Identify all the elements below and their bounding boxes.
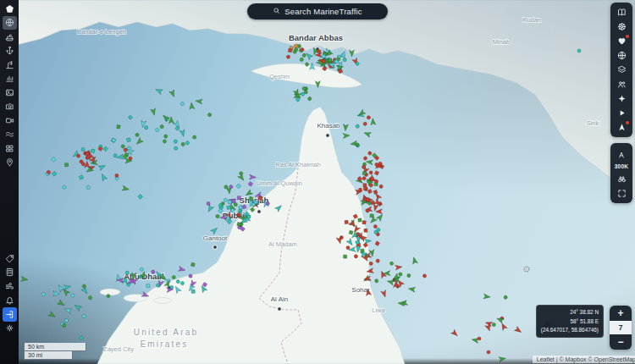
vessel-marker[interactable] (369, 216, 378, 224)
vessel-marker[interactable] (228, 200, 231, 203)
vessel-marker[interactable] (373, 224, 378, 229)
sidebar-item-my-location[interactable] (3, 156, 17, 170)
vessel-marker[interactable] (155, 128, 160, 133)
vessel-marker[interactable] (135, 138, 143, 146)
vessel-marker[interactable] (389, 261, 395, 266)
vessel-marker[interactable] (343, 124, 349, 130)
sidebar-item-statistics[interactable] (3, 72, 17, 86)
vessel-marker[interactable] (82, 314, 86, 318)
sidebar-item-stations[interactable] (3, 58, 17, 72)
vessel-marker[interactable] (126, 138, 130, 142)
vessel-marker[interactable] (52, 172, 57, 177)
vessel-marker[interactable] (64, 306, 72, 313)
vessel-marker[interactable] (117, 124, 120, 128)
vessel-marker[interactable] (362, 172, 366, 175)
vessel-marker[interactable] (103, 146, 108, 152)
vessel-marker[interactable] (406, 273, 411, 278)
vessel-marker[interactable] (366, 159, 373, 165)
vessel-marker[interactable] (344, 255, 347, 258)
sidebar-item-calculator[interactable] (3, 266, 17, 280)
vessel-marker[interactable] (232, 200, 235, 203)
vessel-marker[interactable] (487, 350, 490, 354)
vessel-marker[interactable] (367, 151, 373, 156)
vessel-marker[interactable] (367, 115, 371, 119)
sidebar-item-tides[interactable] (3, 128, 17, 142)
vessel-marker[interactable] (128, 115, 133, 120)
vessel-marker[interactable] (48, 312, 57, 319)
vessel-marker[interactable] (450, 329, 459, 338)
sidebar-item-videos[interactable] (3, 113, 17, 128)
vessel-marker[interactable] (98, 163, 107, 171)
vessel-marker[interactable] (381, 290, 388, 297)
vessel-marker[interactable] (373, 204, 379, 212)
vessel-marker[interactable] (408, 286, 416, 292)
toolbar-item-playback[interactable] (613, 106, 630, 120)
vessel-marker[interactable] (307, 97, 312, 102)
vessel-marker[interactable] (371, 201, 375, 205)
tool-item-area-search[interactable] (613, 172, 630, 186)
vessel-marker[interactable] (300, 58, 304, 62)
vessel-count-toggle[interactable]: 300K (615, 146, 629, 172)
vessel-marker[interactable] (100, 173, 108, 181)
vessel-marker[interactable] (224, 198, 228, 202)
toolbar-item-my-fleets[interactable] (613, 63, 630, 77)
vessel-marker[interactable] (362, 220, 367, 224)
vessel-marker[interactable] (366, 197, 370, 201)
sidebar-item-camera[interactable] (3, 100, 17, 114)
vessel-marker[interactable] (398, 273, 402, 277)
sidebar-item-vessels[interactable] (3, 30, 17, 44)
vessel-marker[interactable] (247, 215, 251, 219)
vessel-marker[interactable] (500, 323, 507, 331)
vessel-marker[interactable] (363, 187, 367, 190)
zoom-out-button[interactable]: − (610, 334, 632, 350)
vessel-marker[interactable] (162, 139, 167, 144)
vessel-marker[interactable] (363, 130, 372, 137)
vessel-marker[interactable] (328, 58, 332, 63)
vessel-marker[interactable] (176, 279, 179, 283)
vessel-marker[interactable] (151, 108, 157, 116)
vessel-marker[interactable] (174, 139, 178, 143)
vessel-marker[interactable] (293, 50, 297, 54)
tool-item-fullscreen[interactable] (613, 186, 630, 201)
vessel-marker[interactable] (169, 90, 177, 98)
vessel-marker[interactable] (492, 323, 496, 327)
vessel-marker[interactable] (138, 195, 143, 200)
vessel-marker[interactable] (374, 171, 378, 175)
vessel-marker[interactable] (193, 135, 196, 139)
vessel-marker[interactable] (81, 287, 90, 295)
vessel-marker[interactable] (503, 295, 508, 300)
vessel-marker[interactable] (251, 202, 256, 207)
vessel-marker[interactable] (122, 185, 130, 192)
vessel-marker[interactable] (248, 182, 253, 187)
vessel-marker[interactable] (294, 44, 298, 48)
vessel-marker[interactable] (363, 184, 367, 187)
vessel-marker[interactable] (343, 133, 350, 139)
vessel-marker[interactable] (62, 185, 67, 190)
vessel-marker[interactable] (180, 141, 185, 146)
vessel-marker[interactable] (185, 141, 190, 146)
vessel-marker[interactable] (196, 98, 203, 104)
vessel-marker[interactable] (58, 300, 66, 307)
sidebar-item-data-services[interactable] (3, 141, 17, 156)
vessel-marker[interactable] (154, 87, 163, 95)
vessel-marker[interactable] (91, 149, 95, 153)
vessel-marker[interactable] (288, 48, 291, 52)
vessel-marker[interactable] (52, 291, 60, 297)
vessel-marker[interactable] (80, 336, 83, 339)
vessel-marker[interactable] (190, 262, 195, 267)
vessel-marker[interactable] (79, 175, 83, 179)
vessel-marker[interactable] (51, 157, 56, 163)
sidebar-item-ports[interactable] (3, 44, 17, 58)
vessel-marker[interactable] (346, 246, 350, 250)
vessel-marker[interactable] (356, 124, 360, 129)
search-bar[interactable]: Search MarineTraffic (247, 3, 388, 19)
vessel-marker[interactable] (249, 174, 256, 179)
vessel-marker[interactable] (514, 326, 522, 334)
vessel-marker[interactable] (411, 256, 418, 264)
vessel-marker[interactable] (172, 275, 176, 279)
vessel-marker[interactable] (378, 184, 384, 189)
vessel-marker[interactable] (71, 294, 75, 297)
vessel-marker[interactable] (499, 356, 506, 361)
vessel-marker[interactable] (41, 292, 46, 296)
vessel-marker[interactable] (116, 154, 124, 160)
